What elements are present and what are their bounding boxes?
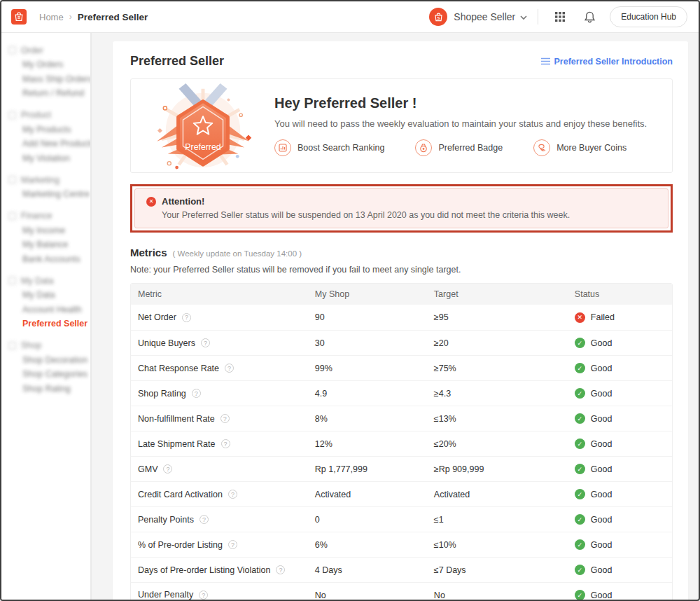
help-icon[interactable]: ? [220,414,230,423]
sidebar-item-my-orders[interactable]: My Orders [8,57,90,72]
metric-label: GMV [138,464,158,474]
help-icon[interactable]: ? [228,490,237,499]
sidebar-section-label: Marketing [21,175,59,185]
sidebar-item-preferred-seller[interactable]: Preferred Seller [8,317,90,331]
metric-label: Penalty Points [138,515,194,525]
sidebar-section-header[interactable]: Finance [8,209,90,223]
table-header-row: Metric My Shop Target Status [131,284,672,305]
metric-label: Shop Rating [138,389,186,399]
help-icon[interactable]: ? [199,590,208,600]
my-shop-cell: No [315,590,434,600]
preferred-seller-introduction-link[interactable]: Preferred Seller Introduction [541,57,673,67]
section-icon [8,212,16,220]
sidebar-item-shop-rating[interactable]: Shop Rating [8,382,90,396]
section-icon [8,342,16,350]
target-cell: ≥75% [434,364,575,373]
sidebar-section-label: Order [21,46,43,55]
breadcrumb: Home › Preferred Seller [39,12,148,22]
column-header-status: Status [575,289,672,299]
table-row: GMV?Rp 1,777,999≥Rp 909,999✓Good [131,456,672,481]
status-cell: ✓Good [575,464,672,474]
sidebar-item-my-data[interactable]: My Data [8,288,90,303]
help-icon[interactable]: ? [276,565,285,574]
sidebar-item-my-products[interactable]: My Products [8,123,90,137]
status-label: Good [591,490,612,499]
sidebar-item-return-refund[interactable]: Return / Refund [8,86,90,101]
chevron-down-icon[interactable] [519,11,528,23]
sidebar-item-mass-ship-orders[interactable]: Mass Ship Orders [8,72,90,87]
metrics-table: Metric My Shop Target Status Net Order?9… [130,283,673,601]
sidebar-section-label: My Data [21,276,54,286]
status-good-icon: ✓ [575,413,585,424]
status-good-icon: ✓ [575,464,585,474]
section-icon [8,176,16,184]
help-icon[interactable]: ? [163,464,172,474]
status-cell: ✓Good [575,514,672,525]
sidebar-item-add-new-products[interactable]: Add New Products [8,137,90,151]
status-cell: ✕Failed [575,312,672,323]
account-name[interactable]: Shopee Seller [454,11,515,22]
sidebar-item-marketing-centre[interactable]: Marketing Centre [8,187,90,202]
status-label: Good [591,389,612,399]
sidebar-section-header[interactable]: Shop [8,338,90,353]
target-cell: ≤7 Days [434,565,575,575]
coins-icon [533,139,550,156]
my-shop-cell: 12% [315,439,434,449]
help-icon[interactable]: ? [221,439,230,448]
table-row: Days of Pre-order Listing Violation?4 Da… [131,557,672,582]
sidebar-section-header[interactable]: Order [8,43,90,57]
my-shop-cell: Activated [315,490,434,499]
sidebar-section-header[interactable]: My Data [8,273,90,288]
ranking-icon [274,139,291,156]
metric-label: Under Penalty [138,590,193,601]
status-label: Good [591,515,612,525]
sidebar-item-my-violation[interactable]: My Violation [8,151,90,166]
status-label: Good [591,590,612,600]
help-icon[interactable]: ? [228,540,237,549]
shopee-logo[interactable]: S [11,9,27,25]
table-row: Credit Card Activation?ActivatedActivate… [131,481,672,506]
education-hub-button[interactable]: Education Hub [610,6,687,27]
sidebar-item-my-balance[interactable]: My Balance [8,237,90,252]
metric-cell: Unique Buyers? [131,338,315,348]
apps-grid-icon[interactable] [551,8,569,26]
sidebar-item-bank-accounts[interactable]: Bank Accounts [8,252,90,267]
bell-icon[interactable] [580,8,598,26]
table-row: Under Penalty?NoNo✓Good [131,582,672,601]
help-icon[interactable]: ? [200,515,209,524]
attention-alert: ✕ Attention! Your Preferred Seller statu… [134,188,668,228]
sidebar-section: ShopShop DecorationShop CategoriesShop R… [8,338,90,396]
top-bar: S Home › Preferred Seller S Shopee Selle… [1,1,699,33]
benefit-label: Boost Search Ranking [298,143,384,153]
help-icon[interactable]: ? [182,313,191,322]
sidebar-item-account-health[interactable]: Account Health [8,303,90,317]
metric-label: Late Shipment Rate [138,439,216,449]
svg-text:S: S [18,15,20,20]
sidebar-section-header[interactable]: Product [8,108,90,123]
table-row: % of Pre-order Listing?6%≤10%✓Good [131,532,672,557]
sidebar-section-header[interactable]: Marketing [8,172,90,187]
status-good-icon: ✓ [575,590,585,600]
column-header-my-shop: My Shop [315,289,434,299]
breadcrumb-home[interactable]: Home [39,12,64,22]
benefit-item: Boost Search Ranking [274,139,384,156]
status-good-icon: ✓ [575,565,585,575]
breadcrumb-separator: › [69,12,72,22]
top-right-controls: S Shopee Seller Education Hub [429,6,690,27]
sidebar-section: OrderMy OrdersMass Ship OrdersReturn / R… [8,43,90,101]
help-icon[interactable]: ? [192,389,201,398]
metric-cell: Penalty Points? [131,515,315,525]
my-shop-cell: 30 [315,338,434,348]
sidebar-item-shop-decoration[interactable]: Shop Decoration [8,353,90,368]
status-label: Good [591,414,612,424]
account-avatar[interactable]: S [429,8,447,26]
metric-label: % of Pre-order Listing [138,540,223,550]
target-cell: ≤13% [434,414,575,424]
intro-link-label: Preferred Seller Introduction [554,57,673,67]
help-icon[interactable]: ? [201,338,210,347]
sidebar-item-shop-categories[interactable]: Shop Categories [8,367,90,382]
status-cell: ✓Good [575,438,672,449]
status-label: Good [591,439,612,449]
sidebar-item-my-income[interactable]: My Income [8,223,90,238]
help-icon[interactable]: ? [225,364,234,373]
